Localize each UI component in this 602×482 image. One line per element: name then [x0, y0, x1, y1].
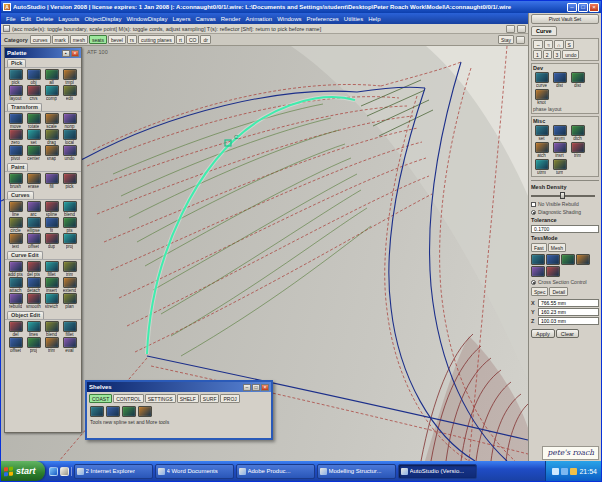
tool-knot[interactable]: knot: [533, 89, 550, 105]
menu-delete[interactable]: Delete: [34, 16, 55, 22]
palette-window[interactable]: Palette ▪ × Pickpickobjalltmpllayoutcrvs…: [4, 47, 82, 433]
tool-add-pts[interactable]: add pts: [7, 261, 24, 277]
tool-turn[interactable]: turn: [551, 159, 568, 175]
tool-blend[interactable]: blend: [61, 201, 78, 217]
tool-brush[interactable]: brush: [7, 173, 24, 189]
tab-3[interactable]: 3: [553, 50, 562, 59]
tool-rebuild[interactable]: rebuild: [7, 293, 24, 309]
tool-eval[interactable]: eval: [61, 337, 78, 353]
no-visible-rebuild-checkbox[interactable]: [531, 202, 536, 207]
palette-section-title[interactable]: Pick: [7, 59, 26, 67]
menu-objectdisplay[interactable]: ObjectDisplay: [82, 16, 123, 22]
mesh-tool-icon[interactable]: [122, 406, 136, 417]
tool-proj[interactable]: proj: [25, 337, 42, 353]
tab-coast[interactable]: COAST: [89, 394, 112, 403]
tool-center[interactable]: center: [25, 145, 42, 161]
tool-dtch[interactable]: dtch: [569, 125, 586, 141]
menu-animation[interactable]: Animation: [243, 16, 274, 22]
tool-fit[interactable]: fit: [43, 217, 60, 233]
tool-pick[interactable]: pick: [61, 173, 78, 189]
apply-button[interactable]: Apply: [531, 329, 555, 338]
tab-detail[interactable]: Detail: [549, 287, 568, 296]
eval-tool-icon[interactable]: [138, 406, 152, 417]
tool-offset[interactable]: offset: [25, 233, 42, 249]
menu-layers[interactable]: Layers: [170, 16, 192, 22]
clear-button[interactable]: Clear: [556, 329, 579, 338]
curve-tool-icon[interactable]: [90, 406, 104, 417]
network-tray-icon[interactable]: [561, 468, 568, 475]
tab-[interactable]: ∩: [554, 40, 564, 49]
tool-stretch[interactable]: stretch: [43, 293, 60, 309]
tool-ellipse[interactable]: ellipse: [25, 217, 42, 233]
tool-move[interactable]: move: [7, 113, 24, 129]
tab-spec[interactable]: Spec: [531, 287, 548, 296]
prompt-option-icon[interactable]: [506, 25, 515, 33]
diagnostic-shading-radio[interactable]: [531, 210, 536, 215]
tool-crvs[interactable]: crvs: [25, 85, 42, 101]
tool-trim[interactable]: trim: [43, 337, 60, 353]
coord-value-field[interactable]: 766.55 mm: [538, 299, 599, 307]
tool-obj[interactable]: obj: [25, 69, 42, 85]
coord-value-field[interactable]: 100.03 mm: [538, 317, 599, 325]
tool-detach[interactable]: detach: [25, 277, 42, 293]
tab-[interactable]: ≈: [544, 40, 553, 49]
shelves-title-bar[interactable]: Shelves – □ ×: [87, 382, 271, 392]
tool-undo[interactable]: undo: [61, 145, 78, 161]
menu-edit[interactable]: Edit: [19, 16, 33, 22]
mesh-density-slider-thumb[interactable]: [560, 192, 565, 199]
tool-rotate[interactable]: rotate: [25, 113, 42, 129]
menu-file[interactable]: File: [4, 16, 18, 22]
taskbar-button-modelling-structur[interactable]: Modelling Structur...: [317, 464, 396, 479]
tool-local[interactable]: local: [61, 129, 78, 145]
tool-pick[interactable]: pick: [7, 69, 24, 85]
tool-curve[interactable]: curve: [533, 72, 550, 88]
tab-rs[interactable]: rs: [127, 35, 137, 44]
tab-curve[interactable]: Curve: [531, 26, 557, 36]
tool-tmpl[interactable]: tmpl: [61, 69, 78, 85]
tool-plan[interactable]: plan: [61, 293, 78, 309]
cube-violet-icon[interactable]: [546, 266, 560, 277]
tab-[interactable]: ∼: [533, 40, 543, 49]
cube-blue-icon[interactable]: [561, 254, 575, 265]
taskbar-button-adobe-produc[interactable]: Adobe Produc...: [236, 464, 315, 479]
tab-mark[interactable]: mark: [52, 35, 69, 44]
surface-tool-icon[interactable]: [106, 406, 120, 417]
tab-seats[interactable]: seats: [89, 35, 107, 44]
palette-section-title[interactable]: Transform: [7, 103, 42, 111]
tool-comp[interactable]: comp: [43, 85, 60, 101]
palette-section-title[interactable]: Curve Edit: [7, 251, 43, 259]
cube-teal-icon[interactable]: [576, 254, 590, 265]
tool-set[interactable]: set: [533, 125, 550, 141]
tool-del[interactable]: del: [7, 321, 24, 337]
minimize-button[interactable]: –: [567, 3, 577, 12]
tool-spline[interactable]: spline: [43, 201, 60, 217]
pivot-set-header[interactable]: Pivot Vault Set: [531, 14, 599, 24]
tool-nonp[interactable]: nonp: [61, 113, 78, 129]
shelves-window[interactable]: Shelves – □ × COASTCONTROLSETTINGSSHELFS…: [85, 380, 273, 440]
tool-line[interactable]: line: [7, 201, 24, 217]
layout-grid-icon[interactable]: [516, 36, 525, 44]
tool-offset[interactable]: offset: [7, 337, 24, 353]
menu-layouts[interactable]: Layouts: [56, 16, 81, 22]
tab-fast[interactable]: Fast: [531, 243, 547, 252]
undo-button[interactable]: undo: [562, 50, 579, 59]
tool-pts[interactable]: pts: [61, 217, 78, 233]
tool-fillet[interactable]: fillet: [61, 321, 78, 337]
taskbar-button-autostudio-versio[interactable]: AutoStudio (Versio...: [398, 464, 477, 479]
palette-close-icon[interactable]: ×: [71, 50, 79, 57]
tool-fill[interactable]: fill: [43, 173, 60, 189]
tool-asym[interactable]: asym: [551, 125, 568, 141]
tool-insert[interactable]: insert: [43, 277, 60, 293]
tolerance-field[interactable]: 0.1700: [531, 225, 599, 233]
tool-text[interactable]: text: [7, 233, 24, 249]
taskbar-button-internet-explorer[interactable]: 2 Internet Explorer: [74, 464, 153, 479]
menu-canvas[interactable]: Canvas: [193, 16, 217, 22]
tab-1[interactable]: 1: [533, 50, 542, 59]
tool-smooth[interactable]: smooth: [25, 293, 42, 309]
tool-drag[interactable]: drag: [43, 129, 60, 145]
tool-atch[interactable]: atch: [533, 142, 550, 158]
tool-del-pts[interactable]: del pts: [25, 261, 42, 277]
mesh-density-slider[interactable]: [531, 192, 595, 199]
tab-proj[interactable]: PROJ: [220, 394, 239, 403]
tab-rt[interactable]: rt: [176, 35, 185, 44]
